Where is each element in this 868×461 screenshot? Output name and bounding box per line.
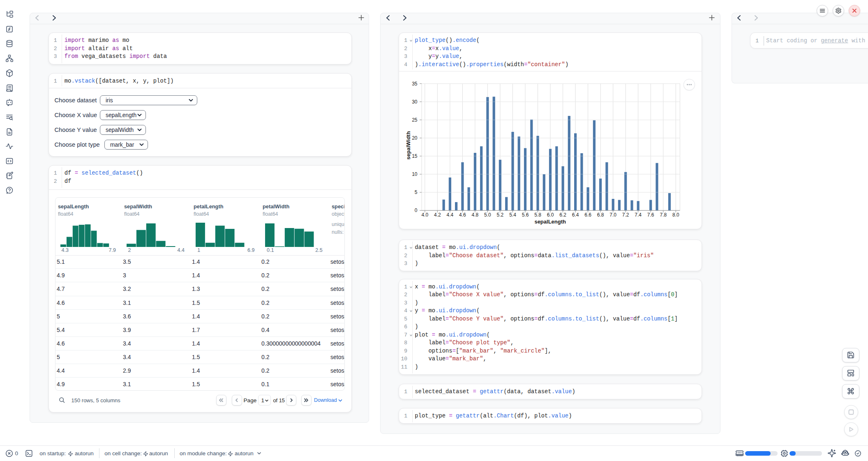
svg-text:0: 0 xyxy=(415,207,418,213)
svg-text:7.8: 7.8 xyxy=(660,212,667,218)
svg-text:7.2: 7.2 xyxy=(622,212,629,218)
svg-text:7.0: 7.0 xyxy=(609,212,616,218)
svg-text:20: 20 xyxy=(412,135,418,141)
svg-text:30: 30 xyxy=(412,99,418,105)
svg-text:35: 35 xyxy=(412,81,418,87)
svg-text:6.6: 6.6 xyxy=(584,212,591,218)
svg-text:4.0: 4.0 xyxy=(421,212,428,218)
svg-text:10: 10 xyxy=(412,171,418,177)
svg-text:5: 5 xyxy=(415,189,418,195)
svg-text:25: 25 xyxy=(412,117,418,123)
svg-text:4.6: 4.6 xyxy=(459,212,466,218)
svg-text:5.0: 5.0 xyxy=(484,212,491,218)
svg-text:15: 15 xyxy=(412,153,418,159)
svg-text:5.8: 5.8 xyxy=(534,212,541,218)
svg-text:sepalWidth: sepalWidth xyxy=(405,131,411,160)
svg-text:5.4: 5.4 xyxy=(509,212,516,218)
svg-text:5.6: 5.6 xyxy=(522,212,529,218)
svg-text:6.4: 6.4 xyxy=(572,212,579,218)
svg-text:8.0: 8.0 xyxy=(672,212,679,218)
svg-text:6.2: 6.2 xyxy=(559,212,566,218)
svg-text:6.8: 6.8 xyxy=(597,212,604,218)
svg-text:4.8: 4.8 xyxy=(472,212,479,218)
svg-text:sepalLength: sepalLength xyxy=(534,219,566,225)
svg-text:7.6: 7.6 xyxy=(647,212,654,218)
svg-text:5.2: 5.2 xyxy=(497,212,504,218)
svg-text:4.4: 4.4 xyxy=(447,212,454,218)
svg-text:6.0: 6.0 xyxy=(547,212,554,218)
svg-text:4.2: 4.2 xyxy=(434,212,441,218)
svg-text:7.4: 7.4 xyxy=(635,212,642,218)
